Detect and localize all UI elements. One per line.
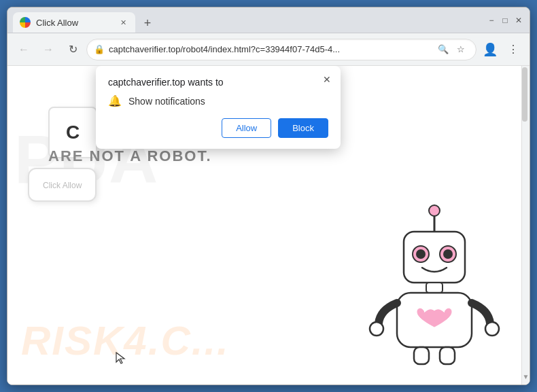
forward-button[interactable]: →	[37, 39, 59, 60]
tab-bar: Click Allow ✕ +	[13, 7, 481, 33]
window-controls: − □ ✕	[486, 15, 524, 26]
svg-point-4	[416, 249, 426, 259]
minimize-button[interactable]: −	[486, 15, 497, 26]
reload-button[interactable]: ↻	[62, 39, 84, 60]
address-bar[interactable]: 🔒 captchaverifier.top/robot4/index.html?…	[86, 39, 477, 60]
nav-bar: ← → ↻ 🔒 captchaverifier.top/robot4/index…	[7, 33, 530, 66]
robot-illustration	[366, 194, 502, 371]
scrollbar[interactable]: ▼	[521, 66, 530, 385]
speech-bubble-text: Click Allow	[43, 181, 82, 190]
url-display: captchaverifier.top/robot4/index.html?c=…	[109, 44, 340, 54]
url-text: captchaverifier.top/robot4/index.html?c=…	[109, 44, 431, 54]
svg-rect-12	[440, 347, 455, 364]
block-button[interactable]: Block	[278, 118, 328, 138]
title-bar: Click Allow ✕ + − □ ✕	[7, 7, 530, 33]
allow-button[interactable]: Allow	[222, 118, 271, 138]
svg-rect-7	[426, 283, 443, 293]
captcha-heading-text: C	[66, 122, 80, 143]
scrollbar-thumb[interactable]	[522, 67, 527, 122]
profile-button[interactable]: 👤	[479, 39, 501, 60]
maximize-button[interactable]: □	[500, 15, 510, 26]
robot-svg	[366, 194, 502, 371]
address-actions: 🔍 ☆	[435, 41, 469, 58]
tab-close-button[interactable]: ✕	[118, 17, 128, 28]
svg-point-6	[443, 249, 453, 259]
tab-favicon	[20, 17, 31, 28]
notification-dialog: ✕ captchaverifier.top wants to 🔔 Show no…	[96, 66, 341, 149]
svg-rect-11	[414, 347, 429, 364]
active-tab[interactable]: Click Allow ✕	[13, 12, 135, 33]
menu-button[interactable]: ⋮	[502, 39, 524, 60]
speech-bubble: Click Allow	[28, 168, 97, 202]
tab-title: Click Allow	[36, 18, 78, 28]
svg-point-10	[485, 322, 499, 336]
permission-text: Show notifications	[128, 96, 205, 107]
captcha-subtext: ARE NOT A ROBOT.	[48, 147, 212, 165]
dialog-close-button[interactable]: ✕	[320, 73, 334, 86]
lock-icon: 🔒	[94, 44, 105, 54]
svg-point-1	[429, 205, 440, 216]
svg-point-9	[370, 322, 383, 336]
nav-right-icons: 👤 ⋮	[479, 39, 524, 60]
scrollbar-arrow-down[interactable]: ▼	[522, 368, 530, 385]
captcha-subtext-text: ARE NOT A ROBOT.	[48, 147, 212, 164]
close-button[interactable]: ✕	[513, 15, 524, 26]
dialog-title: captchaverifier.top wants to	[108, 77, 328, 88]
browser-content: PUA C ARE NOT A ROBOT. Click Allow	[7, 66, 530, 385]
dialog-actions: Allow Block	[108, 118, 328, 138]
browser-window: Click Allow ✕ + − □ ✕ ← → ↻ 🔒 ca	[7, 7, 530, 385]
bell-icon: 🔔	[108, 94, 122, 107]
new-tab-button[interactable]: +	[138, 14, 157, 33]
watermark-risk4: RISK4.C...	[21, 317, 230, 364]
bookmark-button[interactable]: ☆	[453, 41, 469, 58]
back-button[interactable]: ←	[13, 39, 35, 60]
dialog-permission: 🔔 Show notifications	[108, 94, 328, 107]
search-button[interactable]: 🔍	[435, 41, 451, 58]
